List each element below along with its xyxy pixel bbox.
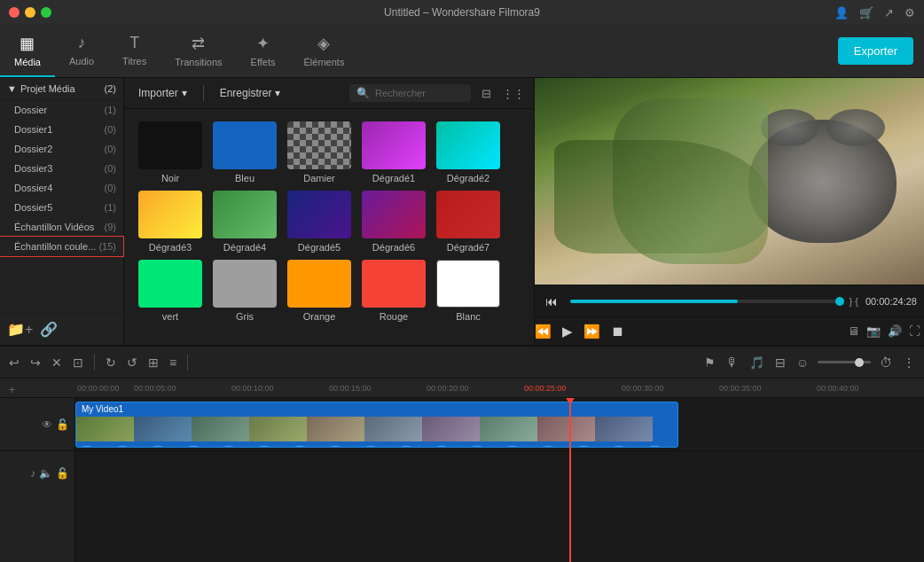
play-icon[interactable]: ▶ (562, 324, 573, 340)
step-back-icon[interactable]: ⏪ (535, 324, 552, 340)
add-folder-icon[interactable]: 📁+ (7, 321, 33, 338)
track-icons: 👁 🔓 (42, 418, 69, 431)
sidebar-item-dossier[interactable]: Dossier (1) (0, 100, 123, 120)
color-item-bleu[interactable]: Bleu (213, 121, 277, 183)
export-button[interactable]: Exporter (838, 37, 913, 65)
color-label: Dégradé5 (298, 242, 341, 253)
flag-icon[interactable]: ⚑ (702, 354, 717, 371)
color-swatch (287, 121, 351, 169)
color-item-orange[interactable]: Orange (287, 260, 351, 322)
stop-icon[interactable]: ⏹ (611, 324, 624, 339)
monitor-icon[interactable]: 🖥 (848, 324, 859, 338)
close-button[interactable] (9, 7, 20, 18)
share-icon[interactable]: ↗ (884, 6, 894, 20)
user-icon[interactable]: 👤 (834, 6, 849, 20)
color-item-degrade7[interactable]: Dégradé7 (436, 191, 500, 253)
subtitle-icon[interactable]: ⊟ (773, 354, 787, 371)
rotate-icon[interactable]: ↻ (104, 354, 118, 371)
toolbar-right: Exporter (838, 37, 924, 65)
search-box: 🔍 (349, 84, 471, 102)
tab-media-label: Média (14, 57, 41, 67)
sidebar-item-echantillon-couleur[interactable]: Échantillon coule... (15) (0, 237, 123, 256)
color-item-degrade2[interactable]: Dégradé2 (436, 121, 500, 183)
tab-elements[interactable]: ◈ Éléments (290, 25, 359, 77)
music-note-icon[interactable]: ♪ (30, 467, 35, 480)
color-item-damier[interactable]: Damier (287, 121, 351, 183)
tab-audio[interactable]: ♪ Audio (55, 25, 108, 77)
color-item-degrade4[interactable]: Dégradé4 (213, 191, 277, 253)
lock-icon[interactable]: 🔓 (56, 418, 69, 431)
tab-effets[interactable]: ✦ Effets (237, 25, 290, 77)
thumbnail-strip (76, 417, 677, 441)
sidebar-item-count: (0) (105, 144, 116, 154)
sidebar-item-dossier4[interactable]: Dossier4 (0) (0, 178, 123, 198)
preview-extra-icons: 🖥 📷 🔊 ⛶ (848, 324, 924, 338)
sidebar-item-dossier1[interactable]: Dossier1 (0) (0, 120, 123, 139)
sidebar-item-count: (1) (105, 202, 116, 213)
color-item-degrade6[interactable]: Dégradé6 (362, 191, 426, 253)
thumbnail (364, 417, 422, 441)
save-label: Enregistrer (220, 87, 272, 99)
align-icon[interactable]: ≡ (168, 354, 178, 371)
music-icon[interactable]: 🎵 (748, 354, 766, 371)
color-item-degrade3[interactable]: Dégradé3 (138, 191, 202, 253)
import-label: Importer (138, 87, 178, 99)
timer-icon[interactable]: ⏱ (878, 354, 894, 371)
rewind-icon[interactable]: ⏮ (542, 293, 561, 310)
color-item-degrade5[interactable]: Dégradé5 (287, 191, 351, 253)
video-clip[interactable]: My Video1 (75, 402, 678, 448)
fast-forward-icon[interactable]: ⏩ (583, 324, 600, 340)
color-item-degrade1[interactable]: Dégradé1 (362, 121, 426, 183)
sidebar-item-dossier2[interactable]: Dossier2 (0) (0, 139, 123, 159)
color-swatch (138, 260, 202, 308)
color-item-blanc[interactable]: Blanc (436, 260, 500, 322)
volume-icon[interactable]: 🔊 (888, 324, 902, 338)
preview-progress-bar[interactable] (570, 300, 840, 303)
toolbar-tabs: ▦ Média ♪ Audio T Titres ⇄ Transitions ✦… (0, 25, 358, 77)
fullscreen-icon[interactable]: ⛶ (909, 324, 920, 338)
redo-icon[interactable]: ↪ (28, 354, 43, 371)
more-icon[interactable]: ⋮ (901, 354, 917, 371)
sidebar-item-dossier3[interactable]: Dossier3 (0) (0, 159, 123, 178)
audio-lock-icon[interactable]: 🔓 (56, 467, 69, 480)
search-input[interactable] (375, 88, 464, 98)
link-icon[interactable]: 🔗 (40, 321, 58, 338)
color-item-noir[interactable]: Noir (138, 121, 202, 183)
grid-icon[interactable]: ⋮⋮ (502, 87, 525, 100)
mic-icon[interactable]: 🎙 (724, 354, 740, 371)
preview-controls-bar: ⏮ } { 00:00:24:28 (535, 285, 924, 316)
undo-icon[interactable]: ↩ (7, 354, 21, 371)
tab-transitions-label: Transitions (175, 57, 222, 67)
camera-icon[interactable]: 📷 (866, 324, 881, 338)
volume-slider[interactable] (818, 361, 871, 363)
crop-icon[interactable]: ⊡ (71, 354, 85, 371)
playhead[interactable] (569, 398, 571, 562)
snap-icon[interactable]: ⊞ (146, 354, 161, 371)
sidebar-project-count: (2) (105, 83, 116, 94)
filter-icon[interactable]: ⊟ (482, 87, 491, 100)
media-icon: ▦ (20, 34, 35, 53)
eye-icon[interactable]: 👁 (42, 418, 52, 431)
settings-icon[interactable]: ⚙ (904, 6, 915, 20)
tab-media[interactable]: ▦ Média (0, 25, 55, 77)
volume-off-icon[interactable]: 🔈 (39, 467, 52, 480)
color-label: Gris (236, 311, 254, 322)
sidebar-item-echantillon-videos[interactable]: Échantillon Vidéos (9) (0, 217, 123, 237)
add-track-icon[interactable]: + (9, 384, 15, 396)
cart-icon[interactable]: 🛒 (859, 6, 873, 20)
tab-transitions[interactable]: ⇄ Transitions (161, 25, 236, 77)
color-label: Bleu (235, 173, 254, 183)
tab-titres[interactable]: T Titres (108, 25, 161, 77)
color-item-rouge[interactable]: Rouge (362, 260, 426, 322)
color-item-vert[interactable]: vert (138, 260, 202, 322)
flip-icon[interactable]: ↺ (125, 354, 139, 371)
save-button[interactable]: Enregistrer ▾ (215, 83, 286, 103)
sidebar-item-dossier5[interactable]: Dossier5 (1) (0, 198, 123, 217)
minimize-button[interactable] (25, 7, 35, 18)
content-panel: Importer ▾ Enregistrer ▾ 🔍 ⊟ ⋮⋮ Noir (124, 78, 534, 345)
color-item-gris[interactable]: Gris (213, 260, 277, 322)
smiley-icon[interactable]: ☺ (795, 354, 810, 371)
delete-icon[interactable]: ✕ (50, 354, 64, 371)
import-button[interactable]: Importer ▾ (133, 83, 192, 103)
maximize-button[interactable] (41, 7, 51, 18)
